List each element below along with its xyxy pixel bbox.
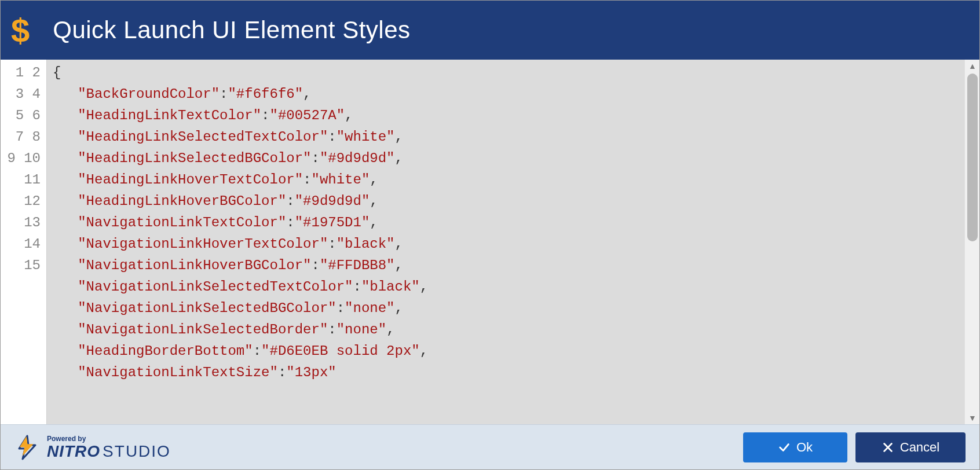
nitro-logo-icon xyxy=(14,435,40,460)
cancel-button[interactable]: Cancel xyxy=(855,432,966,462)
ok-button[interactable]: Ok xyxy=(743,432,847,462)
brand-name-light: STUDIO xyxy=(103,442,171,460)
ok-button-label: Ok xyxy=(796,440,813,455)
scroll-down-arrow-icon[interactable]: ▼ xyxy=(965,412,979,424)
scroll-up-arrow-icon[interactable]: ▲ xyxy=(965,60,979,72)
close-icon xyxy=(882,441,894,454)
code-content[interactable]: { "BackGroundColor":"#f6f6f6", "HeadingL… xyxy=(47,60,964,424)
dialog-title: Quick Launch UI Element Styles xyxy=(53,16,410,44)
cancel-button-label: Cancel xyxy=(900,440,939,455)
brand-text: Powered by NITROSTUDIO xyxy=(47,435,171,460)
powered-by-label: Powered by xyxy=(47,435,171,442)
line-number-gutter: 1 2 3 4 5 6 7 8 9 10 11 12 13 14 15 xyxy=(1,60,47,424)
code-editor[interactable]: 1 2 3 4 5 6 7 8 9 10 11 12 13 14 15 { "B… xyxy=(1,60,979,424)
vertical-scrollbar[interactable]: ▲ ▼ xyxy=(964,60,979,424)
check-icon xyxy=(778,441,791,454)
dialog-footer: Powered by NITROSTUDIO Ok Cancel xyxy=(1,424,979,469)
scrollbar-thumb[interactable] xyxy=(967,74,978,241)
dollar-icon: $ xyxy=(11,11,30,50)
dialog-header: $ Quick Launch UI Element Styles xyxy=(1,1,979,60)
brand-badge: Powered by NITROSTUDIO xyxy=(14,435,171,460)
brand-name-bold: NITRO xyxy=(47,442,100,460)
